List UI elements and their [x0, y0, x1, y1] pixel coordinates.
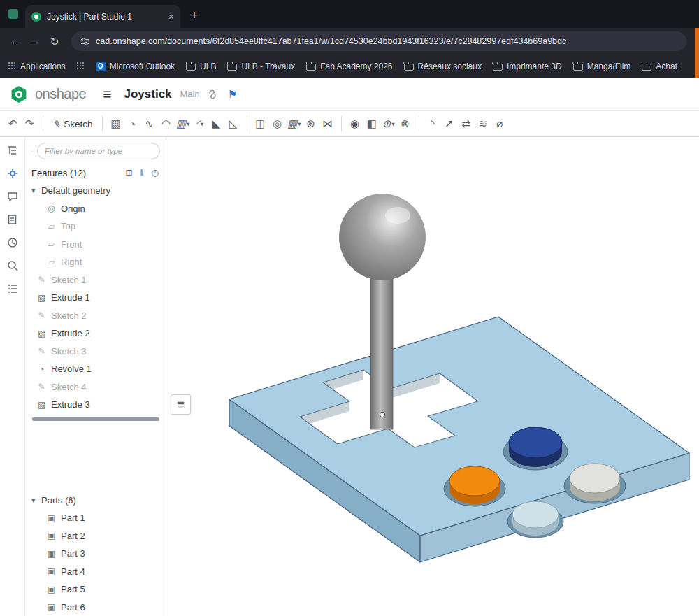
tree-item-part-3[interactable]: ▣ Part 3: [26, 545, 166, 563]
tree-item-revolve-1[interactable]: ◔ Revolve 1: [26, 360, 166, 378]
replace-face-icon[interactable]: ⇄: [458, 115, 475, 133]
measure-icon[interactable]: ⌀: [491, 115, 508, 133]
undo-button[interactable]: ↶: [4, 115, 21, 133]
reload-button[interactable]: ↻: [45, 31, 64, 51]
bookmark-folder-fab-academy[interactable]: Fab Academy 2026: [306, 62, 392, 71]
circular-pattern-icon[interactable]: ⊛: [303, 115, 319, 133]
extrude-icon[interactable]: ▧: [108, 115, 124, 133]
sketch-button[interactable]: ✎ Sketch: [48, 118, 97, 129]
tree-item-part-6[interactable]: ▣ Part 6: [26, 599, 166, 616]
bookmark-folder-imprimante-3d[interactable]: Imprimante 3D: [493, 62, 562, 71]
tree-item-front-plane[interactable]: ▱ Front: [26, 236, 166, 254]
url-bar[interactable]: cad.onshape.com/documents/6f2d854ee8ffc4…: [71, 31, 686, 51]
delete-part-icon[interactable]: ⊗: [397, 115, 414, 133]
bom-icon[interactable]: [6, 282, 19, 295]
boolean-icon[interactable]: ◉: [347, 115, 363, 133]
tree-item-sketch-4[interactable]: ✎ Sketch 4: [26, 378, 166, 396]
tab-close-icon[interactable]: ×: [168, 11, 174, 22]
toolbar-separator: [102, 116, 103, 131]
tree-item-sketch-3[interactable]: ✎ Sketch 3: [26, 343, 166, 361]
button-top[interactable]: [512, 501, 559, 528]
thicken-icon[interactable]: ▥ ▾: [175, 115, 192, 133]
button-top[interactable]: [509, 427, 562, 458]
bookmark-folder-manga-film[interactable]: Manga/Film: [573, 62, 631, 71]
bookmark-folder-ulb[interactable]: ULB: [186, 62, 216, 71]
tree-item-origin[interactable]: ◎ Origin: [26, 200, 166, 218]
joystick-shaft[interactable]: [370, 255, 393, 429]
tree-item-right-plane[interactable]: ▱ Right: [26, 253, 166, 271]
tree-item-sketch-2[interactable]: ✎ Sketch 2: [26, 307, 166, 325]
joystick-ball[interactable]: [339, 194, 426, 280]
move-face-icon[interactable]: ↗: [441, 115, 458, 133]
tree-item-sketch-1[interactable]: ✎ Sketch 1: [26, 271, 166, 289]
site-settings-icon[interactable]: [80, 36, 90, 47]
transform-icon[interactable]: ⊕ ▾: [380, 115, 397, 133]
document-title[interactable]: Joystick: [124, 87, 172, 101]
mirror-icon[interactable]: ⋈: [319, 115, 336, 133]
chevron-down-icon[interactable]: ▾: [31, 186, 41, 195]
shell-icon[interactable]: ◫: [252, 115, 269, 133]
chevron-down-icon[interactable]: ▾: [31, 496, 41, 505]
tree-item-extrude-1[interactable]: ▧ Extrude 1: [26, 289, 166, 307]
bookmark-apps-shortcut[interactable]: [77, 62, 85, 70]
bookmark-outlook[interactable]: O Microsoft Outlook: [96, 62, 175, 71]
chevron-down-icon[interactable]: ▾: [391, 121, 394, 127]
forward-button[interactable]: →: [25, 31, 45, 51]
notes-icon[interactable]: [6, 213, 19, 226]
offset-surface-icon[interactable]: ≋: [475, 115, 491, 133]
tree-group-parts[interactable]: ▾ Parts (6): [26, 492, 166, 510]
tree-item-part-5[interactable]: ▣ Part 5: [26, 580, 166, 599]
workspace-name[interactable]: Main: [180, 89, 200, 99]
tree-item-extrude-3[interactable]: ▧ Extrude 3: [26, 396, 166, 414]
split-icon[interactable]: ◧: [363, 115, 380, 133]
rollback-stopwatch-icon[interactable]: ◷: [152, 168, 159, 178]
onshape-logo-icon[interactable]: [10, 85, 28, 103]
draft-icon[interactable]: ◺: [225, 115, 242, 133]
browser-menu-icon[interactable]: [8, 9, 18, 19]
loft-icon[interactable]: ◠: [158, 115, 175, 133]
chevron-down-icon[interactable]: ▾: [201, 121, 203, 127]
feature-list-icon[interactable]: [6, 144, 19, 157]
comments-icon[interactable]: [6, 190, 19, 203]
revolve-icon[interactable]: ◔: [124, 115, 141, 133]
bookmark-folder-ulb-travaux[interactable]: ULB - Travaux: [227, 62, 295, 71]
configurations-icon[interactable]: [6, 167, 19, 180]
tree-item-part-2[interactable]: ▣ Part 2: [26, 527, 166, 545]
3d-viewport[interactable]: ≣: [166, 137, 699, 616]
button-top[interactable]: [449, 466, 500, 496]
new-tab-button[interactable]: +: [185, 6, 204, 25]
rollback-bar[interactable]: [32, 417, 159, 421]
share-link-icon[interactable]: [207, 89, 218, 100]
tree-item-part-4[interactable]: ▣ Part 4: [26, 563, 166, 581]
back-button[interactable]: ←: [6, 31, 25, 51]
chevron-down-icon[interactable]: ▾: [187, 121, 189, 127]
tree-group-default-geometry[interactable]: ▾ Default geometry: [26, 182, 166, 200]
create-folder-icon[interactable]: ⊞: [125, 168, 132, 178]
main-menu-icon[interactable]: ≡: [103, 86, 111, 103]
hole-icon[interactable]: ◎: [269, 115, 286, 133]
tree-item-extrude-2[interactable]: ▧ Extrude 2: [26, 324, 166, 343]
filter-funnel-icon[interactable]: [31, 146, 33, 157]
search-icon[interactable]: [6, 259, 19, 272]
history-icon[interactable]: [6, 236, 19, 249]
features-flyout-button[interactable]: ≣: [171, 394, 191, 415]
bookmark-folder-achat[interactable]: Achat: [642, 62, 677, 71]
tree-item-part-1[interactable]: ▣ Part 1: [26, 509, 166, 527]
modify-fillet-icon[interactable]: ◝: [424, 115, 441, 133]
joystick-base-plate[interactable]: [229, 317, 689, 562]
bookmark-applications[interactable]: Applications: [8, 62, 66, 71]
browser-tab[interactable]: Joystick | Part Studio 1 ×: [25, 5, 180, 28]
filter-input[interactable]: [37, 143, 160, 159]
sweep-icon[interactable]: ∿: [141, 115, 158, 133]
fillet-icon[interactable]: ◜ ▾: [192, 115, 208, 133]
tree-item-label: Top: [61, 221, 75, 231]
tree-item-top-plane[interactable]: ▱ Top: [26, 217, 166, 236]
button-top[interactable]: [570, 464, 620, 493]
bookmark-folder-reseaux-sociaux[interactable]: Réseaux sociaux: [404, 62, 482, 71]
chevron-down-icon[interactable]: ▾: [298, 121, 301, 127]
chamfer-icon[interactable]: ◣: [208, 115, 225, 133]
redo-button[interactable]: ↷: [21, 115, 38, 133]
linear-pattern-icon[interactable]: ▦ ▾: [286, 115, 303, 133]
suppress-icon[interactable]: ‖: [140, 168, 144, 178]
education-flag-icon[interactable]: ⚑: [228, 88, 237, 101]
